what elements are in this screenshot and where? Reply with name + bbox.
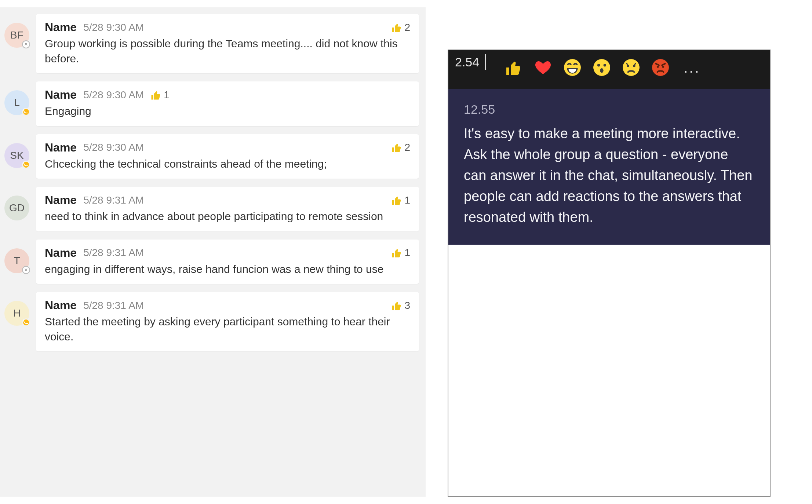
avatar[interactable]: GD bbox=[4, 196, 29, 220]
message-text: It's easy to make a meeting more interac… bbox=[464, 123, 754, 228]
offline-presence-icon bbox=[22, 40, 30, 48]
message-text: Group working is possible during the Tea… bbox=[45, 36, 410, 66]
like-reaction-count[interactable]: 2 bbox=[391, 22, 410, 33]
like-reaction-count[interactable]: 1 bbox=[391, 247, 410, 259]
divider bbox=[485, 54, 486, 70]
message-text: Chcecking the technical constraints ahea… bbox=[45, 157, 410, 172]
chat-message-list: BFName5/28 9:30 AM2Group working is poss… bbox=[0, 7, 426, 497]
message-bubble[interactable]: Name5/28 9:31 AM1need to think in advanc… bbox=[36, 187, 419, 231]
offline-presence-icon bbox=[22, 266, 30, 274]
chat-message[interactable]: SKName5/28 9:30 AM2Chcecking the technic… bbox=[4, 134, 419, 179]
reaction-count: 1 bbox=[404, 247, 410, 259]
sad-reaction-button[interactable] bbox=[621, 58, 641, 77]
reaction-bar-leading: 2.54 bbox=[455, 54, 486, 70]
message-bubble[interactable]: Name5/28 9:31 AM1engaging in different w… bbox=[36, 240, 419, 284]
message-timestamp: 12.55 bbox=[464, 102, 754, 117]
reaction-count: 2 bbox=[404, 142, 410, 153]
message-text: Engaging bbox=[45, 104, 410, 119]
dark-message-card: 2.54 ... 12.55 It's easy to make a meeti… bbox=[448, 50, 771, 497]
message-header: Name5/28 9:31 AM3 bbox=[45, 299, 410, 312]
reaction-count: 2 bbox=[404, 22, 410, 33]
avatar[interactable]: H bbox=[4, 301, 29, 326]
away-presence-icon bbox=[22, 108, 30, 116]
message-bubble[interactable]: Name5/28 9:31 AM3Started the meeting by … bbox=[36, 292, 419, 351]
sender-name: Name bbox=[45, 141, 77, 154]
like-reaction-count[interactable]: 2 bbox=[391, 142, 410, 153]
avatar[interactable]: BF bbox=[4, 23, 29, 48]
message-header: Name5/28 9:30 AM2 bbox=[45, 21, 410, 34]
avatar-initials: GD bbox=[4, 196, 29, 220]
message-timestamp: 5/28 9:30 AM bbox=[83, 89, 144, 101]
message-timestamp: 5/28 9:30 AM bbox=[83, 142, 144, 153]
avatar[interactable]: L bbox=[4, 90, 29, 115]
message-header: Name5/28 9:31 AM1 bbox=[45, 193, 410, 207]
message-header: Name5/28 9:30 AM1 bbox=[45, 88, 410, 102]
reaction-toolbar: 2.54 ... bbox=[448, 50, 770, 89]
chat-message[interactable]: HName5/28 9:31 AM3Started the meeting by… bbox=[4, 292, 419, 351]
message-timestamp: 5/28 9:31 AM bbox=[83, 300, 144, 311]
like-reaction-count[interactable]: 1 bbox=[391, 194, 410, 206]
heart-reaction-button[interactable] bbox=[533, 58, 553, 77]
chat-message[interactable]: GDName5/28 9:31 AM1need to think in adva… bbox=[4, 187, 419, 231]
dark-message-body: 12.55 It's easy to make a meeting more i… bbox=[448, 89, 770, 245]
message-timestamp: 5/28 9:31 AM bbox=[83, 247, 144, 259]
message-text: engaging in different ways, raise hand f… bbox=[45, 262, 410, 277]
sender-name: Name bbox=[45, 193, 77, 207]
reaction-count: 1 bbox=[164, 89, 170, 101]
reaction-bar-left-text: 2.54 bbox=[455, 55, 479, 69]
sender-name: Name bbox=[45, 21, 77, 34]
surprised-reaction-button[interactable] bbox=[592, 58, 612, 77]
away-presence-icon bbox=[22, 161, 30, 169]
sender-name: Name bbox=[45, 299, 77, 312]
chat-message[interactable]: BFName5/28 9:30 AM2Group working is poss… bbox=[4, 14, 419, 73]
message-timestamp: 5/28 9:31 AM bbox=[83, 194, 144, 206]
avatar[interactable]: SK bbox=[4, 143, 29, 168]
like-reaction-count[interactable]: 1 bbox=[150, 89, 170, 101]
more-reactions-button[interactable]: ... bbox=[684, 59, 700, 76]
message-text: Started the meeting by asking every part… bbox=[45, 314, 410, 344]
avatar[interactable]: T bbox=[4, 248, 29, 273]
like-reaction-count[interactable]: 3 bbox=[391, 300, 410, 311]
message-header: Name5/28 9:31 AM1 bbox=[45, 246, 410, 260]
like-reaction-button[interactable] bbox=[504, 58, 524, 77]
reaction-emoji-row: ... bbox=[504, 58, 700, 77]
chat-message[interactable]: LName5/28 9:30 AM1Engaging bbox=[4, 81, 419, 126]
sender-name: Name bbox=[45, 88, 77, 102]
laugh-reaction-button[interactable] bbox=[562, 58, 582, 77]
message-text: need to think in advance about people pa… bbox=[45, 209, 410, 224]
reaction-count: 3 bbox=[404, 300, 410, 311]
message-bubble[interactable]: Name5/28 9:30 AM1Engaging bbox=[36, 81, 419, 126]
message-bubble[interactable]: Name5/28 9:30 AM2Chcecking the technical… bbox=[36, 134, 419, 179]
away-presence-icon bbox=[22, 318, 30, 326]
message-timestamp: 5/28 9:30 AM bbox=[83, 22, 144, 33]
reaction-count: 1 bbox=[404, 194, 410, 206]
message-header: Name5/28 9:30 AM2 bbox=[45, 141, 410, 154]
sender-name: Name bbox=[45, 246, 77, 260]
message-bubble[interactable]: Name5/28 9:30 AM2Group working is possib… bbox=[36, 14, 419, 73]
angry-reaction-button[interactable] bbox=[651, 58, 670, 77]
chat-message[interactable]: TName5/28 9:31 AM1engaging in different … bbox=[4, 240, 419, 284]
